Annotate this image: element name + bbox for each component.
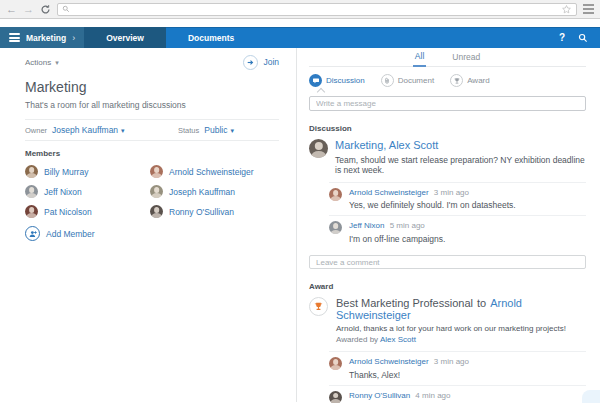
actions-row: Actions ▾ Join: [25, 54, 279, 70]
comment-timestamp: 3 min ago: [434, 357, 469, 366]
corner-widget[interactable]: [582, 390, 600, 403]
join-label: Join: [263, 57, 279, 67]
members-heading: Members: [25, 149, 279, 158]
comment: Ronny O'Sullivan 4 min ago Congrats, Arn…: [329, 385, 586, 403]
back-icon[interactable]: ←: [6, 4, 17, 15]
forward-icon[interactable]: →: [23, 4, 34, 15]
award-message: Arnold, thanks a lot for your hard work …: [336, 324, 586, 333]
avatar: [150, 185, 163, 198]
paperclip-icon: [381, 74, 394, 87]
stream-tabs: All Unread: [309, 48, 586, 67]
app-window: ← → Marketing › Overview Documents: [0, 0, 600, 403]
member-link[interactable]: Pat Nicolson: [25, 205, 150, 218]
main-content: Actions ▾ Join Marketing That's a room f…: [0, 48, 600, 402]
tab-all[interactable]: All: [413, 51, 426, 67]
join-button[interactable]: Join: [243, 55, 279, 70]
member-link[interactable]: Jeff Nixon: [25, 185, 150, 198]
status-label: Status: [178, 126, 199, 135]
avatar: [150, 165, 163, 178]
award-comments: Arnold Schweinsteiger 3 min ago Thanks, …: [329, 351, 586, 403]
member-link[interactable]: Arnold Schweinsteiger: [150, 165, 279, 178]
actions-label: Actions: [25, 58, 51, 67]
search-icon[interactable]: [578, 33, 588, 43]
award-trophy-icon: [309, 297, 328, 316]
composer-buttons: Discussion Document: [309, 74, 586, 87]
avatar: [329, 188, 342, 201]
award-title: Best Marketing ProfessionaltoArnold Schw…: [336, 297, 586, 321]
members-list: Billy Murray Arnold Schweinsteiger Jeff …: [25, 165, 279, 218]
room-description: That's a room for all marketing discussi…: [25, 100, 279, 110]
awarded-by-line: Awarded by Alex Scott: [336, 335, 586, 344]
comment-author-link[interactable]: Arnold Schweinsteiger: [349, 357, 429, 366]
member-link[interactable]: Joseph Kauffman: [150, 185, 279, 198]
award-button[interactable]: Award: [450, 74, 490, 87]
room-info-panel: Actions ▾ Join Marketing That's a room f…: [0, 48, 297, 402]
comment-input[interactable]: [309, 255, 586, 269]
comment-author-link[interactable]: Ronny O'Sullivan: [349, 391, 410, 400]
owner-label: Owner: [25, 126, 47, 135]
bookmark-star-icon[interactable]: [561, 4, 572, 15]
status-link[interactable]: Public ▾: [204, 125, 234, 135]
message-composer: [309, 92, 586, 111]
url-input[interactable]: [74, 4, 557, 15]
thread-title-link[interactable]: Marketing, Alex Scott: [335, 139, 586, 151]
member-link[interactable]: Ronny O'Sullivan: [150, 205, 279, 218]
page-title: Marketing: [25, 79, 279, 95]
avatar: [25, 165, 38, 178]
hamburger-icon: [9, 32, 20, 44]
awarded-by-link[interactable]: Alex Scott: [380, 335, 416, 344]
comment-timestamp: 5 min ago: [390, 221, 425, 230]
comment-timestamp: 3 min ago: [434, 188, 469, 197]
comment: Arnold Schweinsteiger 3 min ago Thanks, …: [329, 351, 586, 384]
workspace-menu[interactable]: Marketing ›: [0, 27, 84, 48]
tab-documents[interactable]: Documents: [166, 27, 256, 48]
comment-text: Thanks, Alex!: [349, 370, 469, 380]
avatar: [25, 185, 38, 198]
comment-author-link[interactable]: Arnold Schweinsteiger: [349, 188, 429, 197]
award-section-heading: Award: [309, 282, 586, 291]
avatar: [25, 205, 38, 218]
activity-stream-panel: All Unread Discussion: [297, 48, 600, 402]
discussion-section-heading: Discussion: [309, 124, 586, 133]
chat-bubble-icon: [309, 74, 322, 87]
browser-menu-icon[interactable]: [583, 2, 594, 16]
address-bar[interactable]: [57, 3, 577, 16]
comment-composer: [309, 251, 586, 270]
discussion-comments: Arnold Schweinsteiger 3 min ago Yes, we …: [329, 182, 586, 249]
avatar: [329, 357, 342, 370]
caret-down-icon: ▾: [121, 127, 125, 134]
owner-link[interactable]: Joseph Kauffman ▾: [52, 125, 125, 135]
message-input[interactable]: [309, 96, 586, 111]
reload-icon[interactable]: [40, 4, 51, 15]
owner-status-row: Owner Joseph Kauffman ▾ Status Public ▾: [25, 120, 279, 140]
avatar: [329, 221, 342, 234]
header-actions: ?: [547, 27, 600, 48]
help-button[interactable]: ?: [559, 32, 565, 43]
comment: Jeff Nixon 5 min ago I'm on off-line cam…: [329, 215, 586, 248]
comment-text: Yes, we definitely should. I'm on datash…: [349, 200, 516, 210]
chrome-gap: [0, 19, 600, 27]
divider: [25, 140, 279, 141]
award-post: Best Marketing ProfessionaltoArnold Schw…: [309, 297, 586, 344]
discussion-button[interactable]: Discussion: [309, 74, 365, 87]
trophy-icon: [450, 74, 463, 87]
avatar: [309, 139, 328, 158]
browser-chrome: ← →: [0, 0, 600, 19]
member-link[interactable]: Billy Murray: [25, 165, 150, 178]
add-member-label: Add Member: [46, 229, 95, 239]
avatar: [329, 391, 342, 403]
chevron-right-icon: ›: [72, 33, 75, 43]
url-search-icon: [62, 5, 70, 13]
thread-message: Team, should we start release preparatio…: [335, 155, 586, 175]
tab-overview[interactable]: Overview: [84, 27, 166, 48]
actions-dropdown[interactable]: Actions ▾: [25, 58, 59, 67]
add-member-button[interactable]: Add Member: [25, 226, 279, 241]
document-button[interactable]: Document: [381, 74, 434, 87]
comment: Arnold Schweinsteiger 3 min ago Yes, we …: [329, 182, 586, 215]
discussion-thread: Marketing, Alex Scott Team, should we st…: [309, 139, 586, 175]
tab-unread[interactable]: Unread: [450, 52, 482, 66]
comment-author-link[interactable]: Jeff Nixon: [349, 221, 384, 230]
add-person-icon: [25, 226, 40, 241]
caret-down-icon: ▾: [55, 59, 59, 66]
app-header: Marketing › Overview Documents ?: [0, 27, 600, 48]
